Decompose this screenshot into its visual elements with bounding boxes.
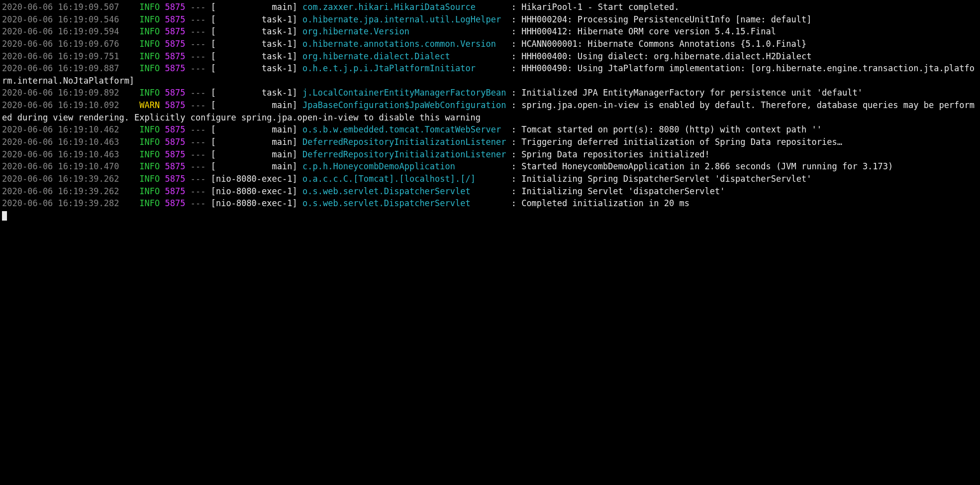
log-line: 2020-06-06 16:19:39.262 INFO 5875 --- [n… bbox=[2, 186, 725, 196]
log-level: INFO bbox=[134, 161, 160, 171]
log-timestamp: 2020-06-06 16:19:10.463 bbox=[2, 137, 124, 147]
log-pid: 5875 bbox=[165, 39, 186, 49]
log-timestamp: 2020-06-06 16:19:10.092 bbox=[2, 100, 124, 110]
log-timestamp: 2020-06-06 16:19:10.463 bbox=[2, 149, 124, 159]
log-pid: 5875 bbox=[165, 100, 186, 110]
log-level: INFO bbox=[134, 63, 160, 73]
log-line: 2020-06-06 16:19:09.751 INFO 5875 --- [ … bbox=[2, 51, 812, 61]
log-separator: --- bbox=[191, 161, 206, 171]
log-logger: j.LocalContainerEntityManagerFactoryBean bbox=[302, 88, 506, 98]
log-thread: [ task-1] bbox=[211, 26, 297, 36]
log-message: HHH000204: Processing PersistenceUnitInf… bbox=[521, 14, 811, 24]
log-pid: 5875 bbox=[165, 137, 186, 147]
log-line: 2020-06-06 16:19:09.887 INFO 5875 --- [ … bbox=[2, 63, 975, 86]
log-separator: --- bbox=[191, 124, 206, 134]
log-logger: org.hibernate.dialect.Dialect bbox=[302, 51, 506, 61]
log-thread: [ main] bbox=[211, 124, 297, 134]
log-colon: : bbox=[511, 137, 516, 147]
log-level: INFO bbox=[134, 186, 160, 196]
log-colon: : bbox=[511, 124, 516, 134]
log-level: INFO bbox=[134, 137, 160, 147]
log-pid: 5875 bbox=[165, 124, 186, 134]
log-line: 2020-06-06 16:19:09.676 INFO 5875 --- [ … bbox=[2, 39, 806, 49]
log-line: 2020-06-06 16:19:10.463 INFO 5875 --- [ … bbox=[2, 149, 710, 159]
log-thread: [ task-1] bbox=[211, 63, 297, 73]
log-message: HikariPool-1 - Start completed. bbox=[521, 2, 679, 12]
terminal-log-output[interactable]: 2020-06-06 16:19:09.507 INFO 5875 --- [ … bbox=[0, 0, 980, 223]
log-line: 2020-06-06 16:19:09.507 INFO 5875 --- [ … bbox=[2, 2, 679, 12]
log-timestamp: 2020-06-06 16:19:09.676 bbox=[2, 39, 124, 49]
log-level: INFO bbox=[134, 174, 160, 184]
log-message: Initializing Servlet 'dispatcherServlet' bbox=[521, 186, 725, 196]
log-separator: --- bbox=[191, 26, 206, 36]
log-logger: o.a.c.c.C.[Tomcat].[localhost].[/] bbox=[302, 174, 506, 184]
log-separator: --- bbox=[191, 100, 206, 110]
log-line: 2020-06-06 16:19:09.594 INFO 5875 --- [ … bbox=[2, 26, 776, 36]
log-line: 2020-06-06 16:19:09.546 INFO 5875 --- [ … bbox=[2, 14, 812, 24]
log-separator: --- bbox=[191, 149, 206, 159]
log-separator: --- bbox=[191, 198, 206, 208]
log-timestamp: 2020-06-06 16:19:09.887 bbox=[2, 63, 124, 73]
log-level: INFO bbox=[134, 14, 160, 24]
log-pid: 5875 bbox=[165, 2, 186, 12]
log-separator: --- bbox=[191, 186, 206, 196]
log-timestamp: 2020-06-06 16:19:39.262 bbox=[2, 186, 124, 196]
log-thread: [ main] bbox=[211, 2, 297, 12]
log-logger: DeferredRepositoryInitializationListener bbox=[302, 137, 506, 147]
log-timestamp: 2020-06-06 16:19:39.282 bbox=[2, 198, 124, 208]
log-line: 2020-06-06 16:19:09.892 INFO 5875 --- [ … bbox=[2, 88, 863, 98]
log-timestamp: 2020-06-06 16:19:39.262 bbox=[2, 174, 124, 184]
log-logger: o.s.web.servlet.DispatcherServlet bbox=[302, 186, 506, 196]
log-line: 2020-06-06 16:19:39.262 INFO 5875 --- [n… bbox=[2, 174, 812, 184]
log-timestamp: 2020-06-06 16:19:09.546 bbox=[2, 14, 124, 24]
log-logger: o.hibernate.annotations.common.Version bbox=[302, 39, 506, 49]
log-separator: --- bbox=[191, 174, 206, 184]
log-line: 2020-06-06 16:19:10.470 INFO 5875 --- [ … bbox=[2, 161, 893, 171]
log-level: INFO bbox=[134, 88, 160, 98]
log-separator: --- bbox=[191, 51, 206, 61]
log-thread: [nio-8080-exec-1] bbox=[211, 186, 297, 196]
log-line: 2020-06-06 16:19:10.092 WARN 5875 --- [ … bbox=[2, 100, 975, 122]
log-logger: o.s.b.w.embedded.tomcat.TomcatWebServer bbox=[302, 124, 506, 134]
log-colon: : bbox=[511, 100, 516, 110]
log-colon: : bbox=[511, 2, 516, 12]
log-logger: o.hibernate.jpa.internal.util.LogHelper bbox=[302, 14, 506, 24]
log-message: Triggering deferred initialization of Sp… bbox=[521, 137, 842, 147]
log-line: 2020-06-06 16:19:39.282 INFO 5875 --- [n… bbox=[2, 198, 689, 208]
log-colon: : bbox=[511, 88, 516, 98]
log-level: INFO bbox=[134, 124, 160, 134]
log-separator: --- bbox=[191, 39, 206, 49]
log-pid: 5875 bbox=[165, 26, 186, 36]
log-message: HHH000400: Using dialect: org.hibernate.… bbox=[521, 51, 811, 61]
log-colon: : bbox=[511, 186, 516, 196]
log-level: INFO bbox=[134, 26, 160, 36]
log-logger: c.p.h.HoneycombDemoApplication bbox=[302, 161, 506, 171]
log-colon: : bbox=[511, 26, 516, 36]
log-level: INFO bbox=[134, 51, 160, 61]
log-separator: --- bbox=[191, 14, 206, 24]
log-colon: : bbox=[511, 63, 516, 73]
log-level: INFO bbox=[134, 149, 160, 159]
log-logger: org.hibernate.Version bbox=[302, 26, 506, 36]
terminal-cursor-icon bbox=[2, 211, 7, 221]
log-level: INFO bbox=[134, 2, 160, 12]
log-pid: 5875 bbox=[165, 174, 186, 184]
log-message: Completed initialization in 20 ms bbox=[521, 198, 689, 208]
log-separator: --- bbox=[191, 63, 206, 73]
log-thread: [nio-8080-exec-1] bbox=[211, 198, 297, 208]
log-logger: o.h.e.t.j.p.i.JtaPlatformInitiator bbox=[302, 63, 506, 73]
log-pid: 5875 bbox=[165, 149, 186, 159]
log-thread: [ task-1] bbox=[211, 88, 297, 98]
log-level: INFO bbox=[134, 198, 160, 208]
log-thread: [ main] bbox=[211, 137, 297, 147]
log-colon: : bbox=[511, 39, 516, 49]
log-message: HHH000412: Hibernate ORM core version 5.… bbox=[521, 26, 776, 36]
log-message: Spring Data repositories initialized! bbox=[521, 149, 710, 159]
log-colon: : bbox=[511, 51, 516, 61]
log-logger: JpaBaseConfiguration$JpaWebConfiguration bbox=[302, 100, 506, 110]
log-message: Tomcat started on port(s): 8080 (http) w… bbox=[521, 124, 822, 134]
log-message: HCANN000001: Hibernate Commons Annotatio… bbox=[521, 39, 806, 49]
log-level: INFO bbox=[134, 39, 160, 49]
log-thread: [ task-1] bbox=[211, 39, 297, 49]
log-separator: --- bbox=[191, 137, 206, 147]
